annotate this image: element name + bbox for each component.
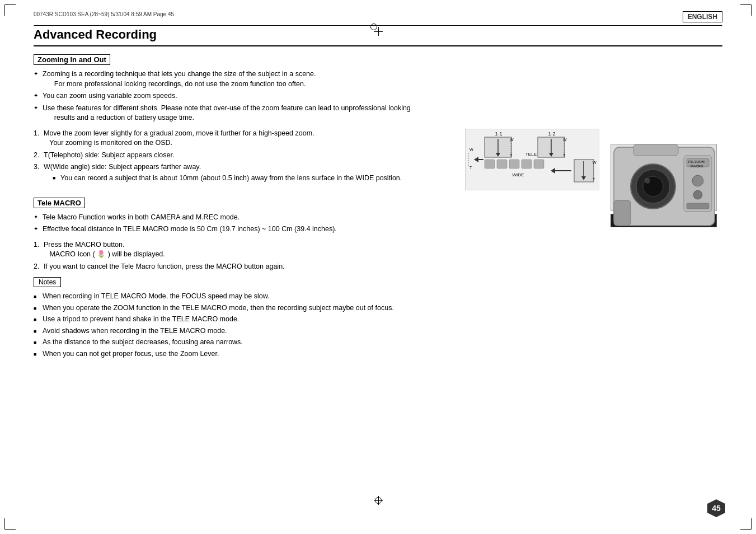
svg-text:W: W: [469, 148, 473, 152]
svg-rect-23: [509, 160, 519, 168]
notes-list: When recording in TELE MACRO Mode, the F…: [34, 292, 599, 359]
zoom-diagram-svg: 1-1 1-2 W T: [465, 129, 599, 190]
svg-text:T: T: [593, 177, 595, 181]
zoom-step-3: 3. W(Wide angle) side: Subject appears f…: [34, 162, 456, 183]
tele-step-1: 1. Press the MACRO button. MACRO Icon ( …: [34, 240, 599, 260]
note-6: When you can not get proper focus, use t…: [34, 349, 599, 359]
tele-macro-heading: Tele MACRO: [34, 198, 85, 208]
svg-text:W: W: [563, 138, 567, 142]
zoom-numbered-list: 1. Move the zoom lever slightly for a gr…: [34, 129, 456, 189]
right-column: P.B ZOOM MACRO STBY0:23:41: [611, 54, 722, 364]
svg-point-46: [693, 190, 702, 199]
note-2: When you operate the ZOOM function in th…: [34, 303, 599, 313]
svg-text:P.B ZOOM: P.B ZOOM: [688, 160, 705, 163]
note-1: When recording in TELE MACRO Mode, the F…: [34, 292, 599, 302]
svg-text:W: W: [510, 138, 514, 142]
svg-text:WIDE: WIDE: [513, 172, 524, 177]
zoom-diagram: 1-1 1-2 W T: [465, 129, 599, 192]
notes-label: Notes: [34, 277, 61, 287]
zooming-bullets: Zooming is a recording technique that le…: [34, 69, 599, 123]
page-number: 45: [707, 499, 725, 517]
svg-text:MACRO: MACRO: [691, 165, 703, 168]
svg-text:W: W: [593, 161, 597, 165]
svg-text:TELE: TELE: [525, 152, 537, 157]
tele-bullet-2: Effective focal distance in TELE MACRO m…: [34, 224, 599, 235]
left-column: Zooming In and Out Zooming is a recordin…: [34, 54, 599, 364]
top-header: 00743R SCD103 SEA (28~59) 5/31/04 8:59 A…: [34, 11, 722, 22]
svg-rect-22: [497, 160, 507, 168]
svg-rect-36: [633, 144, 678, 156]
svg-text:T: T: [469, 166, 472, 170]
header-meta: 00743R SCD103 SEA (28~59) 5/31/04 8:59 A…: [34, 11, 174, 17]
zoom-bullet-1: Zooming is a recording technique that le…: [34, 69, 599, 89]
svg-rect-25: [534, 160, 544, 168]
tele-step-2: 2. If you want to cancel the Tele Macro …: [34, 262, 599, 272]
zooming-heading: Zooming In and Out: [34, 54, 110, 65]
english-badge: ENGLISH: [683, 11, 722, 22]
zoom-substep-list: You can record a subject that is about 1…: [44, 174, 456, 184]
svg-rect-24: [522, 160, 532, 168]
note-3: Use a tripod to prevent hand shake in th…: [34, 315, 599, 325]
svg-rect-47: [687, 203, 709, 209]
camera-top-image: P.B ZOOM MACRO: [611, 144, 717, 211]
main-content: Zooming In and Out Zooming is a recordin…: [34, 54, 722, 364]
note-5: As the distance to the subject decreases…: [34, 338, 599, 348]
svg-rect-21: [485, 160, 495, 168]
camera-svg: P.B ZOOM MACRO: [611, 144, 717, 240]
svg-point-40: [645, 178, 650, 184]
tele-macro-bullets: Tele Macro Function works in both CAMERA…: [34, 213, 599, 235]
zoom-substep-1: You can record a subject that is about 1…: [53, 174, 456, 184]
svg-text:1-1: 1-1: [495, 131, 502, 137]
svg-text:T: T: [563, 153, 566, 157]
meta-text: 00743R SCD103 SEA (28~59) 5/31/04 8:59 A…: [34, 11, 174, 17]
crosshair-bottom: [374, 496, 383, 505]
svg-text:T: T: [510, 153, 513, 157]
page-title: Advanced Recording: [34, 27, 722, 42]
tele-macro-steps: 1. Press the MACRO button. MACRO Icon ( …: [34, 240, 599, 272]
header-line: [34, 25, 722, 26]
svg-rect-48: [614, 200, 631, 226]
tele-macro-section: Tele MACRO Tele Macro Function works in …: [34, 198, 599, 359]
note-4: Avoid shadows when recording in the TELE…: [34, 326, 599, 336]
zoom-step-2: 2. T(Telephoto) side: Subject appears cl…: [34, 151, 456, 161]
zoom-bullet-3: Use these features for different shots. …: [34, 104, 599, 123]
zoom-step-1: 1. Move the zoom lever slightly for a gr…: [34, 129, 456, 148]
zoom-steps: 1. Move the zoom lever slightly for a gr…: [34, 129, 456, 184]
svg-point-45: [692, 175, 703, 186]
zoom-bullet-2: You can zoom using variable zoom speeds.: [34, 91, 599, 101]
zooming-section: Zooming In and Out Zooming is a recordin…: [34, 54, 599, 192]
svg-text:1-2: 1-2: [548, 131, 555, 137]
title-rule: [34, 45, 722, 46]
tele-bullet-1: Tele Macro Function works in both CAMERA…: [34, 213, 599, 223]
